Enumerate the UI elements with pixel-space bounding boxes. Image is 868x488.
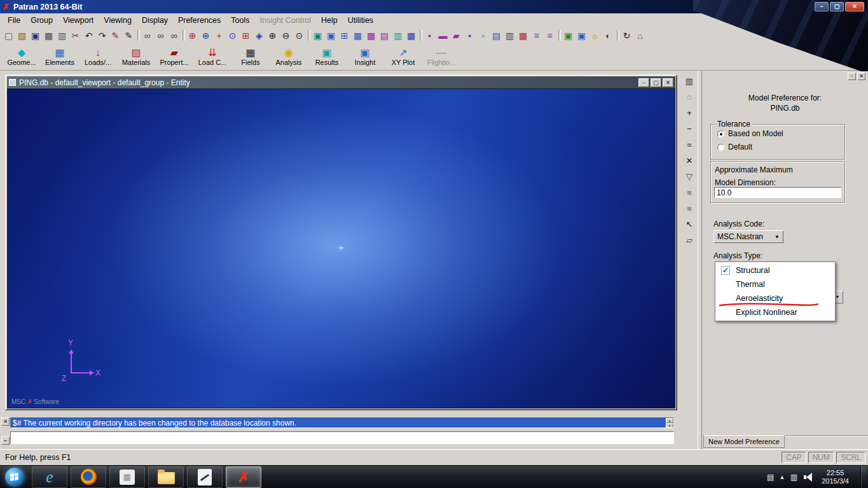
zoom-out-icon[interactable]: ⊖ xyxy=(279,29,293,42)
tool-gray-a-icon[interactable]: ■ xyxy=(682,185,696,199)
front-view-icon[interactable]: ⊞ xyxy=(239,29,252,42)
redo-icon[interactable]: ↷ xyxy=(95,29,109,42)
pan-icon[interactable]: + xyxy=(212,29,226,42)
lasso-icon[interactable]: ◌ xyxy=(682,90,696,104)
toolbar-separator[interactable] xyxy=(306,29,311,42)
view-cube-teal-icon[interactable]: ▣ xyxy=(311,29,324,42)
toolbar-insight-button[interactable]: ▣ Insight xyxy=(346,44,384,69)
message-history-field[interactable]: $# The current working directory has bee… xyxy=(10,417,674,428)
patran-logo-icon[interactable]: ✗ xyxy=(3,2,10,11)
ime-tray-icon[interactable]: ▤ xyxy=(767,473,774,482)
shade-icon[interactable]: ◐ xyxy=(602,29,615,42)
option-explicit-nonlinear[interactable]: ✓ Explicit Nonlinear xyxy=(715,305,835,319)
maximize-button[interactable]: ▢ xyxy=(830,2,844,11)
minimize-button[interactable]: − xyxy=(815,2,829,11)
viewport-titlebar[interactable]: PING.db - default_viewport - default_gro… xyxy=(7,76,675,88)
viewport-close-button[interactable]: ✕ xyxy=(663,78,673,87)
panel-close-button[interactable]: ✕ xyxy=(857,73,865,80)
element-label-icon[interactable]: ▫ xyxy=(476,29,490,42)
taskbar-media-app[interactable]: ▦ xyxy=(109,466,145,488)
curve-label-icon[interactable]: ▬ xyxy=(436,29,450,42)
zoom-out-icon[interactable]: − xyxy=(682,122,696,136)
show-desktop-button[interactable] xyxy=(860,466,867,488)
cut-icon[interactable]: ✂ xyxy=(69,29,82,42)
brush-icon[interactable]: ✎ xyxy=(109,29,122,42)
list-blue-icon[interactable]: ≡ xyxy=(530,29,543,42)
label-grid-icon[interactable]: ▩ xyxy=(364,29,378,42)
pencil-icon[interactable]: ✎ xyxy=(122,29,135,42)
clear-labels-icon[interactable]: ▥ xyxy=(503,29,516,42)
filter-icon[interactable]: ▽ xyxy=(682,169,696,183)
zoom-in-icon[interactable]: ⊕ xyxy=(266,29,279,42)
radio-icon[interactable] xyxy=(717,130,724,137)
option-structural[interactable]: ✓ Structural xyxy=(715,263,835,277)
hide-labels-icon[interactable]: ▥ xyxy=(391,29,404,42)
scroll-up-icon[interactable]: ▲ xyxy=(666,418,673,423)
toolbar-fields-button[interactable]: ▦ Fields xyxy=(231,44,270,69)
toolbar-flightloads-button[interactable]: — Flightlo... xyxy=(422,44,460,69)
taskbar-file-explorer[interactable] xyxy=(148,466,184,488)
taskbar-clock[interactable]: 22:55 2015/3/4 xyxy=(822,469,849,485)
list-magenta-icon[interactable]: ≡ xyxy=(543,29,556,42)
show-labels-icon[interactable]: ▤ xyxy=(378,29,391,42)
taskbar-windows-journal[interactable] xyxy=(187,466,223,488)
menu-group[interactable]: Group xyxy=(25,15,58,26)
menu-tools[interactable]: Tools xyxy=(226,15,254,26)
tab-new-model-preference[interactable]: New Model Preference xyxy=(703,435,785,448)
notification-tray-icon[interactable]: ▥ xyxy=(790,473,797,482)
render-green-icon[interactable]: ▣ xyxy=(561,29,575,42)
analysis-code-dropdown[interactable]: MSC.Nastran ▼ xyxy=(713,230,783,243)
erase-plot-icon[interactable]: ▦ xyxy=(516,29,530,42)
menu-insight-control[interactable]: Insight Control xyxy=(254,15,316,26)
toolbar-analysis-button[interactable]: ◉ Analysis xyxy=(270,44,308,69)
toolbar-load-cases-button[interactable]: ⇊ Load C... xyxy=(193,44,231,69)
render-blue-icon[interactable]: ▣ xyxy=(575,29,588,42)
rotate-z-icon[interactable]: ⊕ xyxy=(199,29,212,42)
hidden-line-icon[interactable]: ∞ xyxy=(167,29,181,42)
light-icon[interactable]: ☼ xyxy=(588,29,602,42)
toolbar-loads-button[interactable]: ↓ Loads/... xyxy=(79,44,117,69)
home-icon[interactable]: ⌂ xyxy=(633,29,647,42)
radio-based-on-model[interactable]: Based on Model xyxy=(717,129,844,138)
graphics-viewport[interactable]: + Y X Z MSC ✗ Software xyxy=(7,88,675,408)
start-button[interactable] xyxy=(5,468,24,487)
viewport-restore-button[interactable]: ▢ xyxy=(651,78,661,87)
message-close-icon[interactable]: ✕ xyxy=(1,417,10,426)
menu-help[interactable]: Help xyxy=(316,15,343,26)
chevron-up-icon[interactable]: ▴ xyxy=(780,473,784,481)
center-view-icon[interactable]: ⊙ xyxy=(226,29,239,42)
copy-icon[interactable]: ▥ xyxy=(55,29,69,42)
node-label-icon[interactable]: ▪ xyxy=(463,29,476,42)
toolbar-separator[interactable] xyxy=(556,29,561,42)
smooth-shaded-icon[interactable]: ∞ xyxy=(141,29,154,42)
command-input[interactable] xyxy=(10,431,674,444)
point-label-icon[interactable]: ▪ xyxy=(423,29,436,42)
scroll-down-icon[interactable]: ▼ xyxy=(666,423,673,428)
toolbar-separator[interactable] xyxy=(135,29,141,42)
menu-viewing[interactable]: Viewing xyxy=(99,15,137,26)
open-file-icon[interactable]: ▧ xyxy=(15,29,29,42)
refresh-graphics-icon[interactable]: ↻ xyxy=(620,29,633,42)
fit-view-icon[interactable]: = xyxy=(682,137,696,151)
taskbar-internet-explorer[interactable]: e xyxy=(32,466,67,488)
toolbar-properties-button[interactable]: ▰ Propert... xyxy=(155,44,193,69)
iso-view-icon[interactable]: ◈ xyxy=(252,29,266,42)
panel-splitter[interactable] xyxy=(698,71,702,449)
model-dimension-input[interactable] xyxy=(714,187,841,198)
toolbar-materials-button[interactable]: ▨ Materials xyxy=(117,44,155,69)
radio-icon[interactable] xyxy=(717,144,724,151)
close-button[interactable]: ✕ xyxy=(845,2,864,11)
view-grid-icon[interactable]: ▦ xyxy=(351,29,364,42)
zoom-in-icon[interactable]: + xyxy=(682,106,696,120)
plot-markers-icon[interactable]: ▦ xyxy=(404,29,418,42)
zoom-box-icon[interactable]: ⊙ xyxy=(293,29,306,42)
save-file-icon[interactable]: ▣ xyxy=(29,29,42,42)
pointer-icon[interactable]: ↖ xyxy=(682,217,696,231)
option-thermal[interactable]: ✓ Thermal xyxy=(715,277,835,291)
viewport-tool-icon[interactable]: ▥ xyxy=(682,74,696,88)
undo-icon[interactable]: ↶ xyxy=(82,29,95,42)
message-dock-icon[interactable]: ⌐ xyxy=(1,436,10,445)
toolbar-results-button[interactable]: ▣ Results xyxy=(308,44,346,69)
rotate-xy-icon[interactable]: ⊕ xyxy=(186,29,199,42)
menu-utilities[interactable]: Utilities xyxy=(343,15,378,26)
